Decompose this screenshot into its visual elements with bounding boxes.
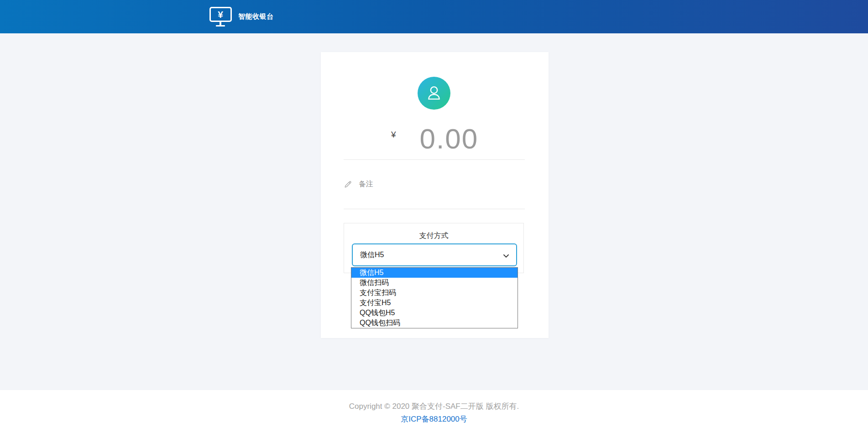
payment-method-select[interactable]: 微信H5 [352, 243, 517, 266]
note-label: 备注 [359, 180, 373, 189]
note-underline [344, 209, 525, 209]
currency-symbol: ¥ [391, 130, 396, 140]
header-bar: ¥ 智能收银台 [0, 0, 868, 33]
app-title: 智能收银台 [238, 12, 274, 21]
payment-method-dropdown: 微信H5 微信扫码 支付宝扫码 支付宝H5 QQ钱包H5 QQ钱包扫码 [351, 267, 518, 328]
monitor-base [216, 25, 225, 26]
selected-option-text: 微信H5 [360, 250, 384, 260]
chevron-down-icon [502, 251, 511, 260]
note-field[interactable]: 备注 [344, 177, 373, 191]
brand: ¥ 智能收银台 [209, 0, 274, 33]
dropdown-option[interactable]: 微信扫码 [351, 278, 518, 288]
monitor-yen-icon: ¥ [209, 7, 232, 26]
cashier-card: ¥ 0.00 备注 支付方式 微信H5 微信H5 微信扫码 支付宝扫码 支付宝H… [321, 52, 549, 338]
dropdown-option[interactable]: QQ钱包扫码 [351, 318, 518, 328]
icp-link[interactable]: 京ICP备8812000号 [401, 414, 467, 424]
monitor-screen: ¥ [209, 7, 232, 22]
dropdown-option[interactable]: 微信H5 [351, 268, 518, 278]
user-icon [424, 83, 444, 103]
copyright-text: Copyright © 2020 聚合支付-SAF二开版 版权所有. [0, 390, 868, 412]
avatar [418, 77, 450, 110]
amount-field[interactable]: ¥ 0.00 [321, 123, 549, 154]
payment-method-label: 支付方式 [344, 231, 523, 241]
pencil-icon [344, 180, 352, 189]
dropdown-option[interactable]: 支付宝H5 [351, 298, 518, 308]
dropdown-option[interactable]: QQ钱包H5 [351, 308, 518, 318]
payment-method-box: 支付方式 微信H5 [344, 223, 524, 273]
footer: Copyright © 2020 聚合支付-SAF二开版 版权所有. 京ICP备… [0, 390, 868, 428]
dropdown-option[interactable]: 支付宝扫码 [351, 288, 518, 298]
monitor-stem [220, 22, 221, 25]
logo-yen-glyph: ¥ [218, 10, 223, 19]
amount-underline [344, 159, 525, 160]
amount-value: 0.00 [419, 123, 478, 154]
